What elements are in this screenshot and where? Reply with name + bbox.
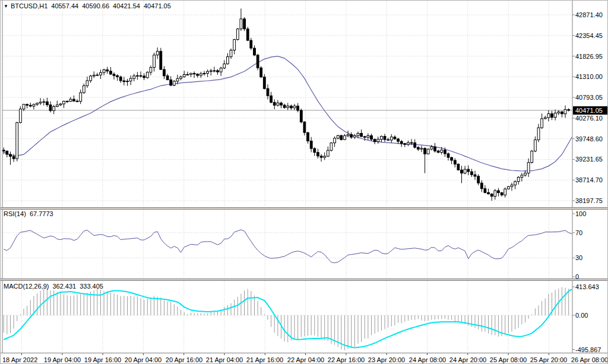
ohlc-low-value: 40421.54 xyxy=(113,2,140,10)
panel-splitter[interactable] xyxy=(1,208,608,209)
symbol-timeframe-label: BTCUSD,H1 xyxy=(11,2,48,10)
macd-axis-label: 413.643 xyxy=(575,283,599,290)
time-axis-label: 20 Apr 04:00 xyxy=(125,356,162,363)
macd-histogram xyxy=(4,287,568,350)
time-axis-label: 22 Apr 16:00 xyxy=(328,356,365,363)
grid xyxy=(2,1,572,352)
macd-axis-label: 0.00 xyxy=(575,312,588,319)
price-axis-label: 42354.45 xyxy=(575,32,603,39)
macd-label: MACD(12,26,9) xyxy=(4,283,49,290)
symbol-dropdown-icon[interactable]: ▼ xyxy=(4,4,8,9)
panel-borders xyxy=(1,1,608,353)
price-axis-label: 41826.95 xyxy=(575,53,603,60)
rsi-axis-label: 0 xyxy=(575,273,579,280)
price-axis-label: 39748.60 xyxy=(575,135,603,143)
time-axis-label: 21 Apr 04:00 xyxy=(206,356,243,363)
rsi-axis-label: 100 xyxy=(575,210,586,217)
time-axis-label: 19 Apr 16:00 xyxy=(84,356,121,363)
axis-ticks xyxy=(572,15,575,350)
price-axis-label: 41310.00 xyxy=(575,73,603,80)
price-axis-label: 40276.10 xyxy=(575,115,603,122)
chart-window: ▼BTCUSD,H140557.4440590.6640421.5440471.… xyxy=(0,0,608,364)
panel-splitter[interactable] xyxy=(1,279,608,280)
macd-header: MACD(12,26,9)362.431333.405 xyxy=(4,283,107,290)
time-axis-label: 23 Apr 20:00 xyxy=(368,356,405,363)
time-axis-label: 21 Apr 16:00 xyxy=(246,356,283,363)
current-price-badge: 40471.05 xyxy=(573,106,608,115)
time-axis-label: 26 Apr 08:00 xyxy=(571,356,608,363)
chart-header: ▼BTCUSD,H140557.4440590.6640421.5440471.… xyxy=(4,2,175,10)
time-axis-label: 22 Apr 04:00 xyxy=(287,356,324,363)
price-axis-label: 39231.65 xyxy=(575,156,603,163)
time-axis-label: 19 Apr 04:00 xyxy=(44,356,81,363)
ma-line xyxy=(4,56,572,171)
rsi-axis-label: 30 xyxy=(575,254,582,261)
time-ticks xyxy=(22,353,549,355)
time-axis-label: 20 Apr 16:00 xyxy=(166,356,202,363)
ohlc-open-value: 40557.44 xyxy=(51,2,78,10)
price-axis-label: 38197.75 xyxy=(575,197,603,204)
price-axis-label: 42871.40 xyxy=(575,11,603,18)
rsi-label: RSI(14) xyxy=(4,210,26,217)
time-axis-label: 25 Apr 08:00 xyxy=(490,356,527,363)
rsi-axis-label: 70 xyxy=(575,229,582,236)
time-axis-label: 24 Apr 08:00 xyxy=(409,356,446,363)
time-axis-label: 24 Apr 20:00 xyxy=(449,356,486,363)
price-axis-label: 40793.05 xyxy=(575,94,603,101)
rsi-value: 67.7773 xyxy=(30,210,53,217)
macd-axis-label: -495.867 xyxy=(575,346,601,353)
rsi-header: RSI(14)67.7773 xyxy=(4,210,57,217)
macd-main-value: 362.431 xyxy=(52,283,76,290)
macd-signal-value: 333.405 xyxy=(80,283,103,290)
time-axis-label: 18 Apr 2022 xyxy=(2,356,37,363)
ohlc-high-value: 40590.66 xyxy=(82,2,109,10)
ohlc-close-value: 40471.05 xyxy=(144,2,171,10)
time-axis-label: 25 Apr 20:00 xyxy=(530,356,567,363)
candlestick-series xyxy=(2,8,569,201)
price-axis-label: 38714.70 xyxy=(575,176,603,183)
chart-canvas[interactable] xyxy=(1,1,608,364)
